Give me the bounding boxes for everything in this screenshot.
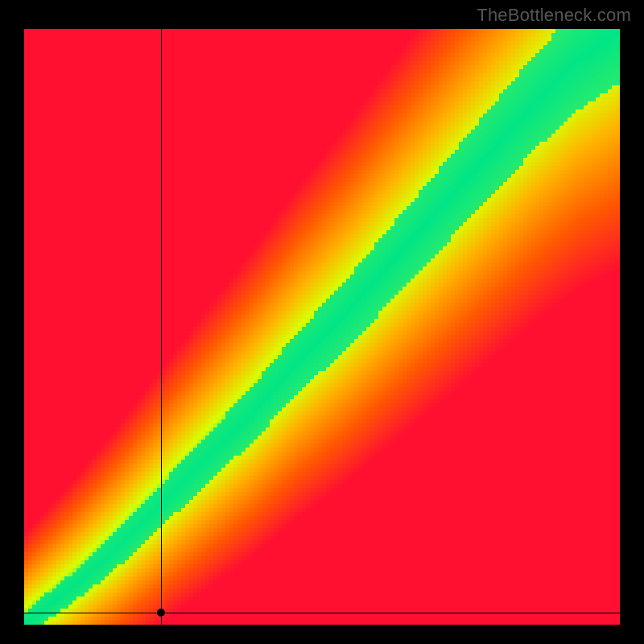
heatmap-canvas [24, 29, 620, 625]
plot-area [24, 29, 620, 625]
watermark-text: TheBottleneck.com [477, 5, 631, 26]
crosshair-horizontal [24, 613, 620, 613]
crosshair-vertical [161, 29, 162, 625]
chart-frame: TheBottleneck.com [0, 0, 644, 644]
